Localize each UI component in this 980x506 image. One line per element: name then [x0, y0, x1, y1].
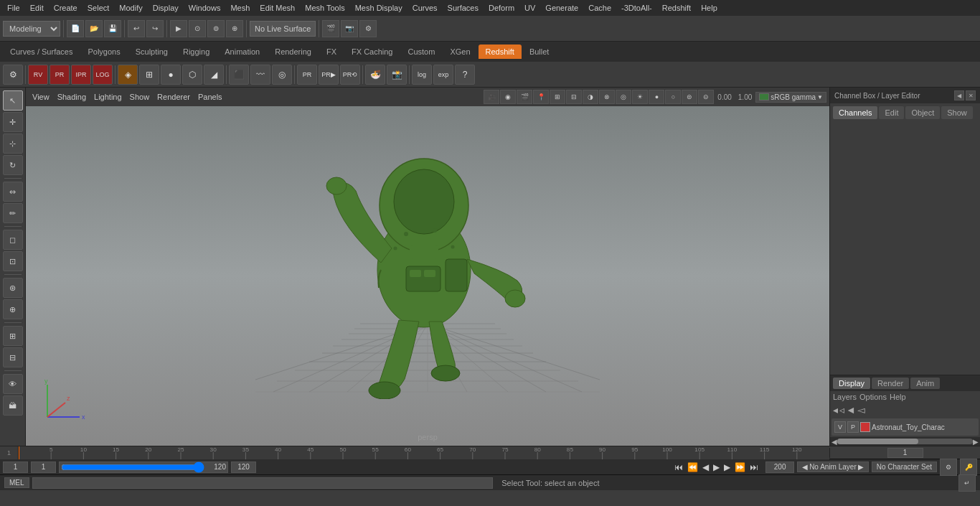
ipr-btn[interactable]: 📷: [341, 20, 358, 37]
tab-animation[interactable]: Animation: [217, 44, 267, 59]
render-view-btn[interactable]: 🏔: [3, 395, 23, 416]
rs-sphere-btn[interactable]: ●: [161, 65, 181, 85]
playback-slider[interactable]: [61, 463, 204, 472]
rs-pr3-btn[interactable]: PR⟲: [340, 65, 360, 85]
menu-uv[interactable]: UV: [520, 2, 540, 14]
vp-frame-btn[interactable]: ◉: [500, 90, 516, 104]
tab-sculpting[interactable]: Sculpting: [128, 44, 175, 59]
frame-current-input[interactable]: [31, 462, 56, 473]
new-file-btn[interactable]: 📄: [67, 20, 84, 37]
select-btn[interactable]: ▶: [170, 20, 187, 37]
menu-redshift[interactable]: Redshift: [658, 2, 695, 14]
key-settings-btn[interactable]: ⚙: [940, 459, 957, 476]
rs-cylinder-btn[interactable]: ⬡: [182, 65, 202, 85]
vp-cam-btn[interactable]: 🎥: [484, 90, 499, 104]
scrollbar-horizontal[interactable]: ◀ ▶: [830, 437, 980, 446]
ch-tab-channels[interactable]: Channels: [833, 106, 877, 119]
vp-shaded-btn[interactable]: ◑: [583, 90, 598, 104]
rs-ipr-btn[interactable]: RV: [28, 65, 48, 85]
tab-polygons[interactable]: Polygons: [80, 44, 127, 59]
menu-mesh-display[interactable]: Mesh Display: [351, 2, 407, 14]
tab-curves-surfaces[interactable]: Curves / Surfaces: [3, 44, 80, 59]
tab-rendering[interactable]: Rendering: [268, 44, 319, 59]
vp-aa-btn[interactable]: ⊜: [682, 90, 697, 104]
layer-options-icon[interactable]: ◄: [846, 404, 856, 416]
menu-mesh-tools[interactable]: Mesh Tools: [301, 2, 349, 14]
menu-curves[interactable]: Curves: [408, 2, 442, 14]
layer-up-icon[interactable]: ◅: [857, 404, 865, 416]
marquee-btn[interactable]: ⊡: [3, 251, 23, 271]
no-anim-layer[interactable]: ◀ No Anim Layer ▶: [797, 462, 869, 472]
tab-xgen[interactable]: XGen: [443, 44, 477, 59]
menu-select[interactable]: Select: [83, 2, 114, 14]
menu-3dto-all[interactable]: -3DtoAll-: [617, 2, 656, 14]
rs-log-btn[interactable]: LOG: [93, 65, 113, 85]
skip-end-btn[interactable]: ⏭: [748, 462, 760, 472]
ch-tab-edit[interactable]: Edit: [879, 106, 904, 119]
rs-export-btn[interactable]: exp: [433, 65, 453, 85]
layer-playback-btn[interactable]: P: [847, 421, 859, 433]
rs-grid-btn[interactable]: ⊞: [139, 65, 159, 85]
move-btn[interactable]: ⊹: [3, 133, 23, 154]
layer-visibility-btn[interactable]: V: [834, 421, 846, 433]
show-hide-btn[interactable]: 👁: [3, 374, 23, 394]
next-frame-btn[interactable]: ▶: [722, 462, 732, 472]
settings-btn[interactable]: ⚙: [359, 20, 377, 37]
rs-wave-btn[interactable]: 〰: [250, 65, 270, 85]
menu-edit[interactable]: Edit: [26, 2, 48, 14]
menu-deform[interactable]: Deform: [484, 2, 519, 14]
paint-select-btn[interactable]: ✏: [3, 203, 23, 223]
vp-menu-view[interactable]: View: [29, 91, 53, 103]
menu-edit-mesh[interactable]: Edit Mesh: [255, 2, 299, 14]
script-input-area[interactable]: [32, 477, 494, 489]
vp-isolate-btn[interactable]: ⊗: [599, 90, 615, 104]
scale-btn[interactable]: ⇔: [3, 182, 23, 202]
menu-file[interactable]: File: [3, 2, 24, 14]
tab-custom[interactable]: Custom: [401, 44, 443, 59]
menu-mesh[interactable]: Mesh: [226, 2, 254, 14]
icon-settings-gear[interactable]: ⚙: [3, 65, 23, 85]
tab-rigging[interactable]: Rigging: [176, 44, 217, 59]
menu-modify[interactable]: Modify: [115, 2, 146, 14]
transform-btn[interactable]: ✛: [3, 112, 23, 132]
scroll-left-btn[interactable]: ◀: [831, 438, 837, 446]
ch-tab-show[interactable]: Show: [941, 106, 973, 119]
3d-viewport[interactable]: x y z persp: [26, 106, 829, 446]
tab-fx-caching[interactable]: FX Caching: [344, 44, 400, 59]
script-submit-btn[interactable]: ↵: [958, 474, 976, 492]
menu-help[interactable]: Help: [697, 2, 722, 14]
layer-tab-render[interactable]: Render: [872, 378, 909, 389]
layer-delete-icon[interactable]: ◃: [839, 404, 844, 416]
layer-color-swatch[interactable]: [860, 422, 870, 432]
range-end-input[interactable]: [765, 462, 794, 473]
rs-cam-btn[interactable]: 📸: [387, 65, 407, 85]
undo-btn[interactable]: ↩: [128, 20, 145, 37]
tab-bullet[interactable]: Bullet: [522, 44, 557, 59]
tab-fx[interactable]: FX: [319, 44, 344, 59]
rs-render-btn[interactable]: PR: [50, 65, 70, 85]
script-language-toggle[interactable]: MEL: [4, 477, 29, 488]
rs-pr-btn[interactable]: PR: [297, 65, 317, 85]
auto-key-btn[interactable]: 🔑: [960, 459, 977, 476]
vp-menu-lighting[interactable]: Lighting: [90, 91, 126, 103]
rs-ring-btn[interactable]: ◎: [272, 65, 292, 85]
vp-menu-panels[interactable]: Panels: [194, 91, 226, 103]
vp-menu-renderer[interactable]: Renderer: [154, 91, 194, 103]
rs-pr2-btn[interactable]: PR▶: [319, 65, 339, 85]
snap-curve-btn[interactable]: ⊟: [3, 347, 23, 367]
mode-dropdown[interactable]: Modeling: [3, 21, 60, 37]
open-file-btn[interactable]: 📂: [85, 20, 103, 37]
render-btn[interactable]: 🎬: [322, 20, 339, 37]
vp-menu-show[interactable]: Show: [126, 91, 154, 103]
vp-film-btn[interactable]: 🎬: [517, 90, 532, 104]
prev-key-btn[interactable]: ⏪: [686, 462, 699, 472]
snap-btn[interactable]: ⊕: [226, 20, 243, 37]
vp-grid2-btn[interactable]: ⊞: [550, 90, 565, 104]
sculpt-btn[interactable]: ⊛: [3, 278, 23, 298]
skip-start-btn[interactable]: ⏮: [673, 462, 684, 472]
vp-menu-shading[interactable]: Shading: [54, 91, 90, 103]
menu-windows[interactable]: Windows: [184, 2, 225, 14]
panel-collapse-btn[interactable]: ◀: [954, 90, 964, 100]
rs-drop-btn[interactable]: ◢: [204, 65, 224, 85]
layer-tab-anim[interactable]: Anim: [910, 378, 940, 389]
